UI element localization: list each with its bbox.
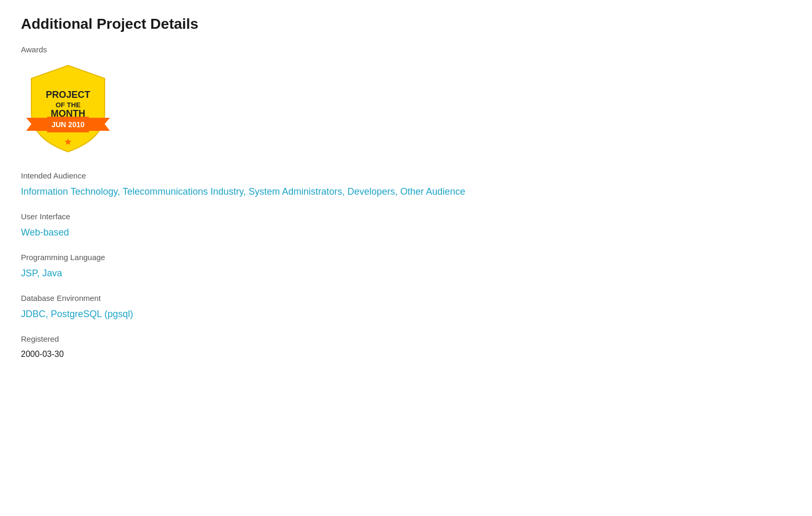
intended-audience-list: Information Technology, Telecommunicatio…: [21, 186, 791, 197]
user-interface-section: User Interface Web-based: [21, 212, 791, 238]
programming-language-list: JSP, Java: [21, 268, 791, 279]
audience-link-sysadmin[interactable]: System Administrators: [249, 186, 342, 197]
audience-link-developers[interactable]: Developers: [347, 186, 395, 197]
lang-link-java[interactable]: Java: [42, 268, 62, 278]
registered-value: 2000-03-30: [21, 350, 791, 359]
audience-link-it[interactable]: Information Technology: [21, 186, 117, 197]
ui-link-web[interactable]: Web-based: [21, 227, 69, 238]
svg-text:JUN 2010: JUN 2010: [51, 120, 84, 129]
intended-audience-section: Intended Audience Information Technology…: [21, 171, 791, 197]
database-environment-section: Database Environment JDBC, PostgreSQL (p…: [21, 294, 791, 320]
awards-section: Awards PROJECT OF THE MONTH JUN 2010 ★: [21, 45, 791, 156]
programming-language-section: Programming Language JSP, Java: [21, 253, 791, 279]
database-environment-label: Database Environment: [21, 294, 791, 302]
db-link-jdbc[interactable]: JDBC: [21, 309, 46, 319]
lang-link-jsp[interactable]: JSP: [21, 268, 37, 278]
svg-text:PROJECT: PROJECT: [46, 89, 90, 100]
awards-label: Awards: [21, 45, 791, 54]
badge-svg: PROJECT OF THE MONTH JUN 2010 ★: [21, 60, 115, 154]
svg-text:★: ★: [64, 137, 72, 147]
db-link-postgresql[interactable]: PostgreSQL (pgsql): [51, 309, 133, 319]
svg-text:OF THE: OF THE: [55, 101, 81, 109]
user-interface-list: Web-based: [21, 227, 791, 238]
programming-language-label: Programming Language: [21, 253, 791, 262]
registered-label: Registered: [21, 334, 791, 343]
intended-audience-label: Intended Audience: [21, 171, 791, 180]
user-interface-label: User Interface: [21, 212, 791, 221]
database-environment-list: JDBC, PostgreSQL (pgsql): [21, 309, 791, 320]
registered-section: Registered 2000-03-30: [21, 334, 791, 359]
page-title: Additional Project Details: [21, 16, 791, 32]
svg-marker-1: [86, 118, 110, 131]
audience-link-other[interactable]: Other Audience: [400, 186, 465, 197]
award-badge: PROJECT OF THE MONTH JUN 2010 ★: [21, 60, 791, 156]
audience-link-telecom[interactable]: Telecommunications Industry: [122, 186, 243, 197]
svg-text:MONTH: MONTH: [51, 108, 85, 119]
svg-marker-0: [26, 118, 50, 131]
